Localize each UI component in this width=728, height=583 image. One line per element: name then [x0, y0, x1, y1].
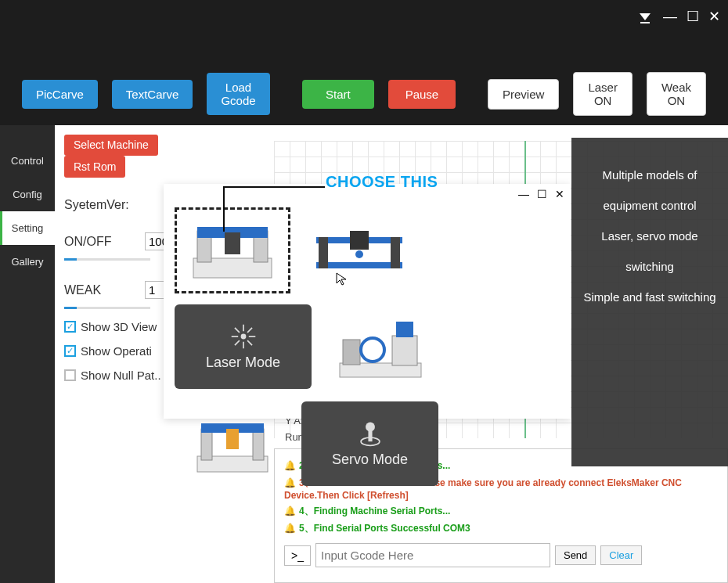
- cnc-machine-icon: [186, 215, 279, 286]
- plotter-machine-icon: [312, 215, 406, 286]
- loadgcode-button[interactable]: Load Gcode: [207, 73, 269, 115]
- onoff-slider[interactable]: [64, 258, 150, 261]
- laseron-button[interactable]: Laser ON: [573, 72, 632, 116]
- tab-setting[interactable]: Setting: [0, 211, 55, 245]
- start-button[interactable]: Start: [302, 80, 374, 109]
- rst-rom-button[interactable]: Rst Rom: [64, 156, 125, 178]
- svg-rect-24: [396, 322, 413, 337]
- servo-mode-button[interactable]: Servo Mode: [301, 401, 438, 486]
- pause-button[interactable]: Pause: [388, 80, 456, 109]
- overlay-text: equipment control: [581, 190, 719, 221]
- dialog-close-button[interactable]: ✕: [555, 188, 564, 200]
- check-icon: ✓: [64, 321, 76, 333]
- overlay-text: Laser, servo mode: [581, 221, 719, 251]
- dialog-body: Laser Mode: [164, 204, 571, 491]
- mini-cnc-icon: [186, 409, 279, 480]
- weak-label: WEAK: [64, 283, 139, 297]
- show-operation-label: Show Operati: [81, 344, 152, 358]
- overlay-text: switching: [581, 251, 719, 282]
- svg-rect-29: [226, 429, 239, 449]
- machine-select-dialog: — ☐ ✕: [164, 184, 571, 419]
- console-line: 🔔4、Finding Machine Serial Ports...: [284, 505, 718, 518]
- tab-control[interactable]: Control: [0, 144, 55, 178]
- gcode-input[interactable]: [315, 543, 550, 567]
- textcarve-button[interactable]: TextCarve: [112, 80, 193, 109]
- show-null-label: Show Null Pat..: [81, 369, 161, 382]
- send-button[interactable]: Send: [555, 545, 596, 565]
- svg-line-17: [247, 327, 252, 332]
- svg-rect-7: [319, 237, 328, 268]
- laser-mode-label: Laser Mode: [206, 354, 280, 371]
- gcode-bar: >_ Send Clear: [284, 543, 718, 567]
- annotation-line: [223, 186, 325, 188]
- info-overlay: Multiple models of equipment control Las…: [571, 138, 728, 466]
- console-line: 🔔5、Find Serial Ports Successful COM3: [284, 522, 718, 535]
- machine-option-4[interactable]: [175, 401, 290, 488]
- laser-icon: [230, 323, 257, 350]
- dialog-minimize-button[interactable]: —: [518, 188, 529, 200]
- svg-rect-5: [316, 262, 402, 268]
- svg-line-18: [234, 340, 239, 345]
- machine-option-2[interactable]: [301, 207, 417, 293]
- svg-rect-23: [392, 336, 417, 365]
- select-machine-button[interactable]: Select Machine: [64, 135, 158, 156]
- svg-rect-4: [225, 232, 240, 254]
- tab-config[interactable]: Config: [0, 178, 55, 211]
- check-icon: [64, 369, 76, 381]
- rotary-machine-icon: [333, 312, 427, 383]
- svg-line-15: [234, 327, 239, 332]
- machine-option-3[interactable]: [323, 304, 438, 390]
- servo-mode-label: Servo Mode: [332, 452, 408, 468]
- gcode-prompt: >_: [284, 545, 311, 566]
- svg-rect-27: [253, 429, 264, 460]
- bell-icon: 🔔: [284, 506, 296, 516]
- maximize-button[interactable]: ☐: [687, 8, 699, 25]
- weakon-button[interactable]: Weak ON: [647, 72, 706, 116]
- tab-gallery[interactable]: Gallery: [0, 245, 55, 279]
- preview-button[interactable]: Preview: [488, 79, 559, 110]
- side-tabs: Control Config Setting Gallery: [0, 125, 55, 583]
- minimize-button[interactable]: —: [663, 9, 677, 25]
- clear-button[interactable]: Clear: [600, 545, 642, 565]
- cursor-icon: [335, 272, 349, 289]
- overlay-text: Simple and fast switching: [581, 282, 719, 312]
- close-button[interactable]: ✕: [708, 8, 720, 25]
- console-text: 4、Finding Machine Serial Ports...: [299, 506, 450, 516]
- check-icon: ✓: [64, 345, 76, 357]
- dropdown-icon[interactable]: [640, 13, 651, 20]
- annotation-line: [223, 186, 225, 232]
- piccarve-button[interactable]: PicCarve: [22, 80, 98, 109]
- overlay-text: Multiple models of: [581, 160, 719, 190]
- svg-rect-21: [343, 340, 360, 365]
- svg-point-32: [366, 422, 375, 431]
- console-text: 5、Find Serial Ports Successful COM3: [299, 523, 470, 534]
- laser-mode-button[interactable]: Laser Mode: [175, 304, 312, 389]
- dialog-maximize-button[interactable]: ☐: [537, 188, 547, 200]
- systemver-label: SyetemVer:: [64, 198, 139, 212]
- svg-point-10: [355, 250, 363, 258]
- choose-annotation: CHOOSE THIS: [326, 173, 438, 191]
- title-bar: — ☐ ✕: [0, 0, 728, 63]
- main-toolbar: PicCarve TextCarve Load Gcode Start Paus…: [0, 63, 728, 125]
- machine-option-1[interactable]: [175, 207, 290, 293]
- bell-icon: 🔔: [284, 523, 296, 534]
- svg-rect-26: [201, 429, 212, 460]
- weak-slider[interactable]: [64, 307, 150, 309]
- svg-point-19: [240, 333, 246, 339]
- svg-rect-9: [350, 231, 369, 250]
- svg-line-16: [247, 340, 252, 345]
- joystick-icon: [357, 420, 384, 447]
- onoff-label: ON/OFF: [64, 235, 139, 249]
- show-3d-label: Show 3D View: [81, 320, 157, 333]
- svg-point-22: [361, 338, 384, 362]
- window-controls: — ☐ ✕: [640, 8, 720, 25]
- svg-rect-8: [391, 237, 400, 268]
